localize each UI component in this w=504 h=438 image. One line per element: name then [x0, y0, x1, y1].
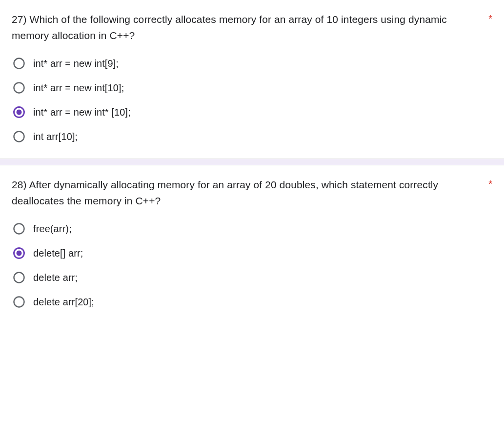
svg-point-1 — [14, 83, 24, 93]
radio-unchecked-icon — [13, 296, 25, 308]
form-wrapper: 27) Which of the following correctly all… — [0, 0, 504, 324]
option-label: delete arr[20]; — [33, 297, 94, 308]
option-row[interactable]: int arr[10]; — [13, 130, 492, 143]
option-row[interactable]: delete arr[20]; — [13, 296, 492, 308]
radio-checked-icon — [13, 106, 25, 119]
svg-point-5 — [14, 224, 24, 234]
radio-checked-icon — [13, 247, 25, 259]
option-label: int arr[10]; — [33, 131, 78, 142]
question-card-28: 28) After dynamically allocating memory … — [0, 165, 504, 324]
option-label: int* arr = new int[10]; — [33, 82, 124, 94]
card-divider — [0, 159, 504, 165]
option-label: delete[] arr; — [33, 248, 83, 259]
svg-point-9 — [14, 297, 24, 307]
question-header: 28) After dynamically allocating memory … — [12, 177, 492, 209]
svg-point-7 — [17, 251, 22, 256]
option-row[interactable]: delete[] arr; — [13, 247, 492, 259]
option-row[interactable]: int* arr = new int[10]; — [13, 81, 492, 94]
required-star-icon: * — [488, 12, 492, 25]
option-label: free(arr); — [33, 223, 72, 235]
option-row[interactable]: free(arr); — [13, 222, 492, 235]
radio-unchecked-icon — [13, 271, 25, 284]
option-row[interactable]: delete arr; — [13, 271, 492, 284]
option-row[interactable]: int* arr = new int[9]; — [13, 57, 492, 70]
radio-unchecked-icon — [13, 57, 25, 70]
required-star-icon: * — [488, 177, 492, 191]
svg-point-8 — [14, 273, 24, 283]
radio-unchecked-icon — [13, 222, 25, 235]
question-number: 28) — [12, 179, 27, 190]
options-group: int* arr = new int[9]; int* arr = new in… — [12, 57, 492, 143]
option-label: int* arr = new int* [10]; — [33, 107, 131, 118]
radio-unchecked-icon — [13, 81, 25, 94]
option-label: delete arr; — [33, 272, 78, 283]
question-text: 27) Which of the following correctly all… — [12, 12, 485, 43]
question-number: 27) — [12, 14, 27, 25]
question-card-27: 27) Which of the following correctly all… — [0, 0, 504, 159]
question-header: 27) Which of the following correctly all… — [12, 12, 492, 43]
options-group: free(arr); delete[] arr; delete arr; del… — [12, 222, 492, 308]
svg-point-0 — [14, 59, 24, 69]
option-row[interactable]: int* arr = new int* [10]; — [13, 106, 492, 119]
svg-point-4 — [14, 132, 24, 142]
question-body: After dynamically allocating memory for … — [12, 179, 438, 206]
question-body: Which of the following correctly allocat… — [12, 14, 447, 41]
svg-point-3 — [17, 110, 22, 115]
question-text: 28) After dynamically allocating memory … — [12, 177, 485, 209]
radio-unchecked-icon — [13, 130, 25, 143]
option-label: int* arr = new int[9]; — [33, 58, 119, 69]
